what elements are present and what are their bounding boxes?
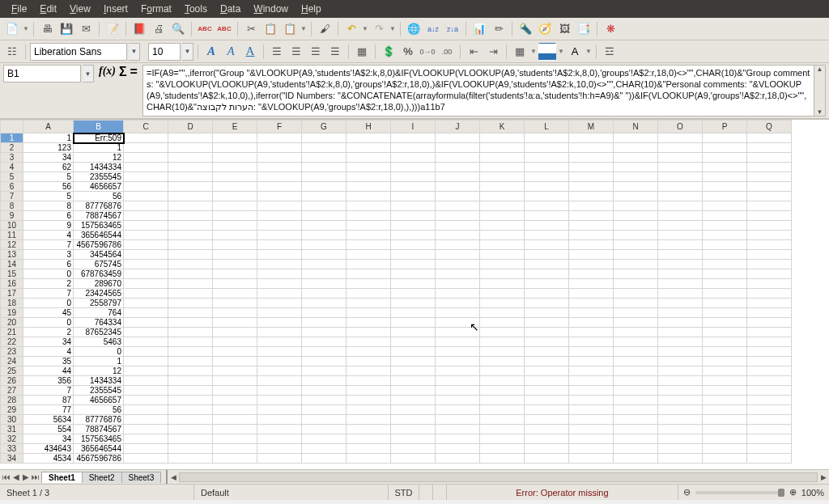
cell-N7[interactable] bbox=[614, 192, 658, 201]
cell-O7[interactable] bbox=[658, 192, 703, 201]
cell-J4[interactable] bbox=[436, 163, 480, 172]
row-header-22[interactable]: 22 bbox=[1, 337, 23, 347]
cell-M29[interactable] bbox=[569, 405, 614, 415]
cell-H19[interactable] bbox=[346, 308, 391, 318]
cell-Q18[interactable] bbox=[747, 299, 792, 308]
cell-Q2[interactable] bbox=[747, 143, 792, 153]
cell-J2[interactable] bbox=[436, 143, 480, 153]
cell-G34[interactable] bbox=[302, 454, 346, 464]
cell-H5[interactable] bbox=[346, 172, 391, 182]
cell-I21[interactable] bbox=[391, 328, 436, 337]
cell-J30[interactable] bbox=[436, 415, 480, 425]
row-header-19[interactable]: 19 bbox=[1, 308, 23, 318]
cell-N6[interactable] bbox=[614, 182, 658, 192]
cell-K19[interactable] bbox=[480, 308, 525, 318]
cell-M18[interactable] bbox=[569, 299, 614, 308]
cell-N10[interactable] bbox=[614, 221, 658, 231]
cell-H16[interactable] bbox=[346, 279, 391, 289]
cell-M32[interactable] bbox=[569, 434, 614, 444]
cell-D5[interactable] bbox=[168, 172, 213, 182]
menu-window[interactable]: Window bbox=[247, 3, 295, 15]
cell-A23[interactable]: 4 bbox=[23, 347, 74, 357]
col-header-G[interactable]: G bbox=[302, 121, 346, 133]
cell-A17[interactable]: 7 bbox=[23, 289, 74, 299]
cell-G12[interactable] bbox=[302, 240, 346, 250]
cell-E3[interactable] bbox=[213, 153, 257, 163]
cell-L20[interactable] bbox=[525, 318, 569, 328]
cell-A24[interactable]: 35 bbox=[23, 357, 74, 366]
cell-P27[interactable] bbox=[703, 386, 747, 396]
cell-B21[interactable]: 87652345 bbox=[74, 328, 124, 337]
bold-icon[interactable]: A bbox=[202, 43, 220, 61]
cell-L17[interactable] bbox=[525, 289, 569, 299]
zoom-value[interactable]: 100% bbox=[801, 488, 824, 498]
cell-G22[interactable] bbox=[302, 337, 346, 347]
cell-F16[interactable] bbox=[257, 279, 302, 289]
cell-L13[interactable] bbox=[525, 250, 569, 260]
cell-O26[interactable] bbox=[658, 376, 703, 386]
cell-H9[interactable] bbox=[346, 211, 391, 221]
cell-D9[interactable] bbox=[168, 211, 213, 221]
cell-J22[interactable] bbox=[436, 337, 480, 347]
cell-K9[interactable] bbox=[480, 211, 525, 221]
cell-H28[interactable] bbox=[346, 396, 391, 405]
cell-N32[interactable] bbox=[614, 434, 658, 444]
cell-Q23[interactable] bbox=[747, 347, 792, 357]
cell-F12[interactable] bbox=[257, 240, 302, 250]
cell-F9[interactable] bbox=[257, 211, 302, 221]
cell-K20[interactable] bbox=[480, 318, 525, 328]
cell-E11[interactable] bbox=[213, 231, 257, 240]
col-header-N[interactable]: N bbox=[614, 121, 658, 133]
cell-N33[interactable] bbox=[614, 444, 658, 454]
cell-E23[interactable] bbox=[213, 347, 257, 357]
hyperlink-icon[interactable]: 🌐 bbox=[405, 20, 423, 38]
align-center-icon[interactable]: ☰ bbox=[287, 43, 305, 61]
cell-F30[interactable] bbox=[257, 415, 302, 425]
row-header-5[interactable]: 5 bbox=[1, 172, 23, 182]
cell-N14[interactable] bbox=[614, 260, 658, 269]
cell-A19[interactable]: 45 bbox=[23, 308, 74, 318]
cell-O14[interactable] bbox=[658, 260, 703, 269]
cell-K16[interactable] bbox=[480, 279, 525, 289]
cell-E28[interactable] bbox=[213, 396, 257, 405]
cell-P4[interactable] bbox=[703, 163, 747, 172]
cell-H18[interactable] bbox=[346, 299, 391, 308]
cell-O16[interactable] bbox=[658, 279, 703, 289]
cell-B4[interactable]: 1434334 bbox=[74, 163, 124, 172]
cell-O29[interactable] bbox=[658, 405, 703, 415]
row-header-17[interactable]: 17 bbox=[1, 289, 23, 299]
cell-H14[interactable] bbox=[346, 260, 391, 269]
row-header-29[interactable]: 29 bbox=[1, 405, 23, 415]
col-header-A[interactable]: A bbox=[23, 121, 74, 133]
cell-D13[interactable] bbox=[168, 250, 213, 260]
status-insert-mode[interactable]: STD bbox=[389, 485, 419, 500]
cell-B30[interactable]: 87776876 bbox=[74, 415, 124, 425]
cell-J33[interactable] bbox=[436, 444, 480, 454]
cell-A15[interactable]: 0 bbox=[23, 269, 74, 279]
cell-A22[interactable]: 34 bbox=[23, 337, 74, 347]
cell-P24[interactable] bbox=[703, 357, 747, 366]
cell-A11[interactable]: 4 bbox=[23, 231, 74, 240]
cell-K3[interactable] bbox=[480, 153, 525, 163]
menu-insert[interactable]: Insert bbox=[97, 3, 134, 15]
cell-B12[interactable]: 4567596786 bbox=[74, 240, 124, 250]
cell-C17[interactable] bbox=[124, 289, 168, 299]
cell-M30[interactable] bbox=[569, 415, 614, 425]
cell-P34[interactable] bbox=[703, 454, 747, 464]
col-header-M[interactable]: M bbox=[569, 121, 614, 133]
cell-D8[interactable] bbox=[168, 201, 213, 211]
autospell-abc-icon[interactable]: ABC bbox=[215, 20, 233, 38]
menu-tools[interactable]: Tools bbox=[178, 3, 214, 15]
cell-A27[interactable]: 7 bbox=[23, 386, 74, 396]
cell-J13[interactable] bbox=[436, 250, 480, 260]
cell-E24[interactable] bbox=[213, 357, 257, 366]
row-header-11[interactable]: 11 bbox=[1, 231, 23, 240]
cell-H12[interactable] bbox=[346, 240, 391, 250]
cell-O20[interactable] bbox=[658, 318, 703, 328]
col-header-F[interactable]: F bbox=[257, 121, 302, 133]
cell-F18[interactable] bbox=[257, 299, 302, 308]
row-header-21[interactable]: 21 bbox=[1, 328, 23, 337]
cell-I13[interactable] bbox=[391, 250, 436, 260]
menu-help[interactable]: Help bbox=[295, 3, 328, 15]
cell-O19[interactable] bbox=[658, 308, 703, 318]
